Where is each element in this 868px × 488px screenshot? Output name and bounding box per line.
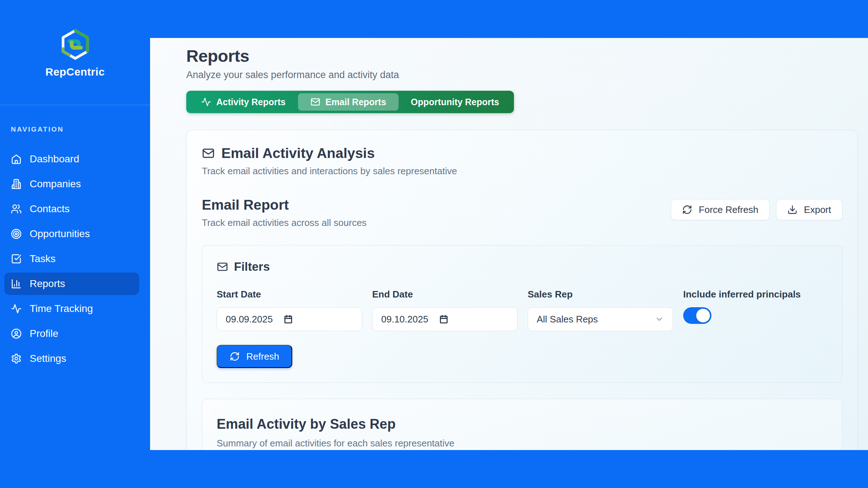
refresh-icon bbox=[682, 205, 692, 215]
export-button[interactable]: Export bbox=[776, 199, 842, 220]
include-inferred-label: Include inferred principals bbox=[683, 289, 801, 300]
page-title: Reports bbox=[186, 46, 858, 66]
sidebar-item-label: Dashboard bbox=[30, 153, 79, 165]
sidebar-item-settings[interactable]: Settings bbox=[4, 347, 139, 370]
refresh-label: Refresh bbox=[246, 351, 279, 362]
start-date-input[interactable]: 09.09.2025 bbox=[217, 307, 362, 331]
report-actions: Force Refresh Export bbox=[671, 199, 842, 220]
filters-card: Filters Start Date 09.09.2025 End Date 0 bbox=[202, 245, 842, 383]
sidebar-nav: Dashboard Companies Contacts Opportuniti… bbox=[0, 148, 150, 370]
bar-chart-icon bbox=[11, 278, 22, 289]
inferred-principals-toggle[interactable] bbox=[683, 307, 711, 324]
tab-label: Email Reports bbox=[326, 97, 386, 107]
main-content-panel: Reports Analyze your sales performance a… bbox=[150, 38, 868, 450]
activity-section-subtitle: Summary of email activities for each sal… bbox=[217, 438, 827, 449]
sidebar: RepCentric NAVIGATION Dashboard Companie… bbox=[0, 0, 150, 488]
tab-opportunity-reports[interactable]: Opportunity Reports bbox=[399, 93, 511, 111]
sidebar-item-label: Companies bbox=[30, 178, 81, 190]
mail-icon bbox=[310, 97, 320, 107]
calendar-icon[interactable] bbox=[284, 314, 293, 324]
tab-activity-reports[interactable]: Activity Reports bbox=[189, 93, 298, 111]
end-date-label: End Date bbox=[372, 289, 518, 300]
sales-rep-select[interactable]: All Sales Reps bbox=[528, 307, 673, 331]
activity-icon bbox=[201, 97, 211, 107]
download-icon bbox=[787, 205, 797, 215]
activity-icon bbox=[11, 303, 22, 314]
sidebar-item-label: Time Tracking bbox=[30, 303, 93, 314]
home-icon bbox=[11, 154, 22, 164]
refresh-icon bbox=[230, 351, 240, 361]
sidebar-item-label: Profile bbox=[30, 328, 58, 339]
analysis-card-subtitle: Track email activities and interactions … bbox=[202, 166, 842, 177]
tab-email-reports[interactable]: Email Reports bbox=[298, 93, 399, 111]
mail-icon bbox=[202, 147, 215, 160]
tab-label: Activity Reports bbox=[216, 97, 286, 107]
chevron-down-icon bbox=[655, 314, 664, 324]
sidebar-item-label: Tasks bbox=[30, 253, 56, 265]
export-label: Export bbox=[804, 204, 831, 215]
nav-section-label: NAVIGATION bbox=[11, 125, 150, 133]
refresh-button[interactable]: Refresh bbox=[217, 345, 292, 368]
mail-icon bbox=[217, 261, 228, 273]
email-activity-analysis-card: Email Activity Analysis Track email acti… bbox=[186, 130, 858, 450]
end-date-input[interactable]: 09.10.2025 bbox=[372, 307, 518, 331]
users-icon bbox=[11, 204, 22, 214]
analysis-card-title: Email Activity Analysis bbox=[221, 145, 375, 161]
app-name: RepCentric bbox=[45, 66, 105, 78]
sidebar-item-companies[interactable]: Companies bbox=[4, 173, 139, 195]
sidebar-item-time-tracking[interactable]: Time Tracking bbox=[4, 297, 139, 320]
filters-title: Filters bbox=[234, 260, 270, 274]
sidebar-item-opportunities[interactable]: Opportunities bbox=[4, 223, 139, 245]
sidebar-item-label: Opportunities bbox=[30, 228, 90, 240]
start-date-value: 09.09.2025 bbox=[226, 314, 273, 325]
repcentric-logo-icon bbox=[60, 29, 90, 60]
sidebar-item-contacts[interactable]: Contacts bbox=[4, 198, 139, 220]
filter-grid: Start Date 09.09.2025 End Date 09.10.202… bbox=[217, 289, 827, 331]
sidebar-item-label: Contacts bbox=[30, 203, 70, 215]
target-icon bbox=[11, 228, 22, 239]
sidebar-item-profile[interactable]: Profile bbox=[4, 322, 139, 345]
tab-label: Opportunity Reports bbox=[411, 97, 499, 107]
gear-icon bbox=[11, 353, 22, 364]
force-refresh-button[interactable]: Force Refresh bbox=[671, 199, 770, 220]
check-square-icon bbox=[11, 253, 22, 264]
sidebar-item-label: Settings bbox=[30, 353, 66, 364]
toggle-knob bbox=[696, 309, 710, 322]
app-logo: RepCentric bbox=[0, 0, 150, 105]
report-type-tabbar: Activity Reports Email Reports Opportuni… bbox=[186, 91, 514, 113]
sales-rep-value: All Sales Reps bbox=[537, 314, 598, 325]
user-circle-icon bbox=[11, 328, 22, 339]
building-icon bbox=[11, 179, 22, 189]
sidebar-item-label: Reports bbox=[30, 278, 65, 290]
force-refresh-label: Force Refresh bbox=[699, 204, 758, 215]
sales-rep-label: Sales Rep bbox=[528, 289, 673, 300]
calendar-icon[interactable] bbox=[439, 314, 448, 324]
report-section-title: Email Report bbox=[202, 197, 367, 213]
sidebar-item-tasks[interactable]: Tasks bbox=[4, 248, 139, 270]
report-section-subtitle: Track email activities across all source… bbox=[202, 217, 367, 228]
email-activity-by-rep-card: Email Activity by Sales Rep Summary of e… bbox=[202, 399, 842, 450]
sidebar-item-reports[interactable]: Reports bbox=[4, 273, 139, 295]
end-date-value: 09.10.2025 bbox=[381, 314, 428, 325]
activity-section-title: Email Activity by Sales Rep bbox=[217, 416, 827, 432]
sidebar-item-dashboard[interactable]: Dashboard bbox=[4, 148, 139, 170]
page-subtitle: Analyze your sales performance and activ… bbox=[186, 69, 858, 81]
start-date-label: Start Date bbox=[217, 289, 362, 300]
